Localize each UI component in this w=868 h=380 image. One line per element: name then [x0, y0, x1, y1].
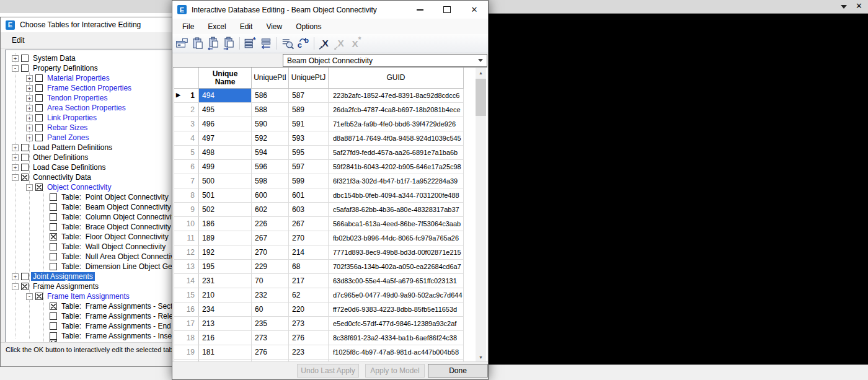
tree-item[interactable]: +Load Pattern Definitions — [6, 143, 173, 152]
row-number-cell[interactable]: 14 — [174, 274, 199, 288]
checkbox-unchecked[interactable] — [35, 134, 43, 141]
table-cell[interactable]: 592 — [252, 131, 289, 145]
table-cell[interactable]: 226 — [252, 217, 289, 231]
checkbox-unchecked[interactable] — [35, 94, 43, 102]
row-number-cell[interactable]: 3 — [174, 117, 199, 131]
menu-item-file[interactable]: File — [175, 22, 201, 31]
table-cell[interactable]: 587 — [289, 89, 329, 102]
row-number-cell[interactable]: 8 — [174, 188, 199, 202]
table-row[interactable]: 10186226267566abca1-613a-4eed-86be-7f530… — [174, 217, 464, 231]
expand-plus-icon[interactable]: + — [26, 115, 33, 122]
tree-item[interactable]: Table: Dimension Line Object Geomet — [6, 262, 173, 272]
find-icon[interactable] — [281, 37, 294, 50]
checkbox-unchecked[interactable] — [50, 193, 57, 201]
table-cell[interactable]: 216 — [199, 331, 252, 345]
scroll-down-arrow[interactable]: ▼ — [476, 352, 486, 362]
table-cell[interactable]: 702f356a-134b-402a-a050-ea22684cd6a7 — [329, 260, 464, 273]
row-number-cell[interactable]: 13 — [174, 260, 199, 273]
table-cell[interactable]: 498 — [199, 146, 252, 159]
view-close-icon[interactable]: ✕ — [856, 1, 862, 11]
checkbox-checked[interactable] — [21, 283, 29, 290]
checkbox-unchecked[interactable] — [21, 273, 29, 280]
table-cell[interactable]: 181 — [199, 345, 252, 359]
table-cell[interactable]: 586 — [252, 89, 289, 102]
tree-item[interactable]: +Tendon Properties — [6, 93, 173, 103]
table-row[interactable]: 54985945955af27fd9-fedd-457a-aa26-6891e7… — [174, 146, 464, 160]
expand-plus-icon[interactable]: + — [12, 273, 19, 280]
table-row[interactable]: 75005985996f321f3a-302d-4b47-b1f7-1a9522… — [174, 174, 464, 188]
tree-item[interactable]: Table: Beam Object Connectivity — [6, 202, 173, 212]
checkbox-unchecked[interactable] — [21, 154, 29, 161]
collapse-minus-icon[interactable]: - — [12, 174, 19, 181]
table-cell[interactable]: 501 — [199, 188, 252, 202]
tree-item[interactable]: +Panel Zones — [6, 133, 173, 143]
table-selector-combo[interactable]: Beam Object Connectivity — [283, 54, 487, 67]
table-row[interactable]: 142317021763d83c00-55e4-4a5f-a679-651ffc… — [174, 274, 464, 288]
table-row[interactable]: 182162732768c38f691-23a2-4334-ba1b-6aef8… — [174, 331, 464, 345]
table-cell[interactable]: 195 — [199, 260, 252, 273]
expand-plus-icon[interactable]: + — [26, 125, 33, 131]
table-cell[interactable]: 26da2fcb-4787-4ca8-b697-18b2081b4ece — [329, 103, 464, 117]
table-cell[interactable]: 600 — [252, 188, 289, 202]
close-button[interactable]: ✕ — [461, 1, 488, 19]
collapse-minus-icon[interactable]: - — [26, 293, 33, 300]
table-cell[interactable]: 276 — [289, 331, 329, 345]
table-cell[interactable]: 223 — [289, 345, 329, 359]
vertical-scrollbar[interactable]: ▲ ▼ — [476, 68, 486, 362]
table-cell[interactable]: d7c965e0-0477-49d0-9a90-502ac9c7d644 — [329, 288, 464, 302]
window-menu-caret-icon[interactable] — [841, 5, 847, 9]
table-cell[interactable]: 599 — [289, 174, 329, 188]
table-cell[interactable]: 220 — [289, 303, 329, 316]
tree-item[interactable]: Table: Column Object Connectivity — [6, 212, 173, 222]
table-cell[interactable]: 192 — [199, 245, 252, 259]
table-cell[interactable]: 601 — [289, 188, 329, 202]
table-cell[interactable]: 273 — [252, 331, 289, 345]
table-cell[interactable]: 589 — [289, 103, 329, 117]
table-cell[interactable]: 566abca1-613a-4eed-86be-7f53064c3aab — [329, 217, 464, 231]
table-cell[interactable]: 276 — [252, 345, 289, 359]
table-row[interactable]: 1▶494586587223b2afc-1852-47ed-8391-8ac92… — [174, 89, 464, 103]
tree-item[interactable]: Table: Frame Assignments - Releases — [6, 311, 173, 321]
row-number-cell[interactable]: 6 — [174, 160, 199, 174]
table-cell[interactable]: 273 — [289, 317, 329, 330]
copy-append-icon[interactable] — [206, 37, 220, 50]
checkbox-unchecked[interactable] — [50, 213, 57, 221]
checkbox-unchecked[interactable] — [21, 144, 29, 151]
checkbox-unchecked[interactable] — [50, 332, 57, 340]
table-cell[interactable]: dbc154bb-0feb-4094-a344-7031200fe488 — [329, 188, 464, 202]
table-row[interactable]: 4497592593d8a88714-7649-4f0a-9458-924d10… — [174, 131, 464, 146]
table-row[interactable]: 121922702147771d893-8ec9-49b8-bd3d-00f02… — [174, 245, 464, 260]
checkbox-unchecked[interactable] — [50, 253, 57, 260]
table-cell[interactable]: f1025f8c-4b97-47a8-981d-ac447b004b58 — [329, 345, 464, 359]
checkbox-unchecked[interactable] — [35, 124, 43, 131]
tree-item[interactable]: -Frame Item Assignments — [6, 291, 173, 301]
expand-plus-icon[interactable]: + — [26, 135, 33, 141]
table-cell[interactable]: 234 — [199, 303, 252, 316]
checkbox-checked[interactable] — [21, 174, 29, 181]
replace-icon[interactable]: c b — [296, 37, 310, 50]
table-cell[interactable]: 267 — [252, 231, 289, 245]
row-number-cell[interactable]: 2 — [174, 103, 199, 117]
tree-item[interactable]: Table: Frame Assignments - Section P — [6, 301, 173, 311]
scrollbar-thumb[interactable] — [476, 79, 486, 116]
table-cell[interactable]: 223b2afc-1852-47ed-8391-8ac92d8cdcc6 — [329, 89, 464, 102]
row-number-cell[interactable]: 7 — [174, 174, 199, 188]
table-row[interactable]: 19181276223f1025f8c-4b97-47a8-981d-ac447… — [174, 345, 464, 360]
tree-item[interactable]: Table: Point Object Connectivity — [6, 192, 173, 202]
table-cell[interactable]: 8c38f691-23a2-4334-ba1b-6aef86f24c38 — [329, 331, 464, 345]
checkbox-unchecked[interactable] — [50, 223, 57, 231]
table-cell[interactable]: 231 — [199, 274, 252, 288]
table-cell[interactable]: 62 — [289, 288, 329, 302]
table-cell[interactable]: 602 — [252, 203, 289, 216]
expand-plus-icon[interactable]: + — [12, 55, 19, 62]
table-cell[interactable]: 270 — [289, 231, 329, 245]
column-header-guid[interactable]: GUID — [329, 68, 464, 88]
tree-item[interactable]: Table: Null Area Object Connectivity — [6, 252, 173, 262]
expand-plus-icon[interactable]: + — [26, 105, 33, 112]
table-cell[interactable]: d8a88714-7649-4f0a-9458-924d1039c545 — [329, 131, 464, 145]
collapse-minus-icon[interactable]: - — [12, 65, 19, 72]
table-cell[interactable]: 232 — [252, 288, 289, 302]
tree-item[interactable]: +System Data — [6, 53, 173, 63]
expand-plus-icon[interactable]: + — [26, 95, 33, 102]
table-row[interactable]: 9502602603c5afaf38-62bb-4b36-a80e-483283… — [174, 203, 464, 217]
